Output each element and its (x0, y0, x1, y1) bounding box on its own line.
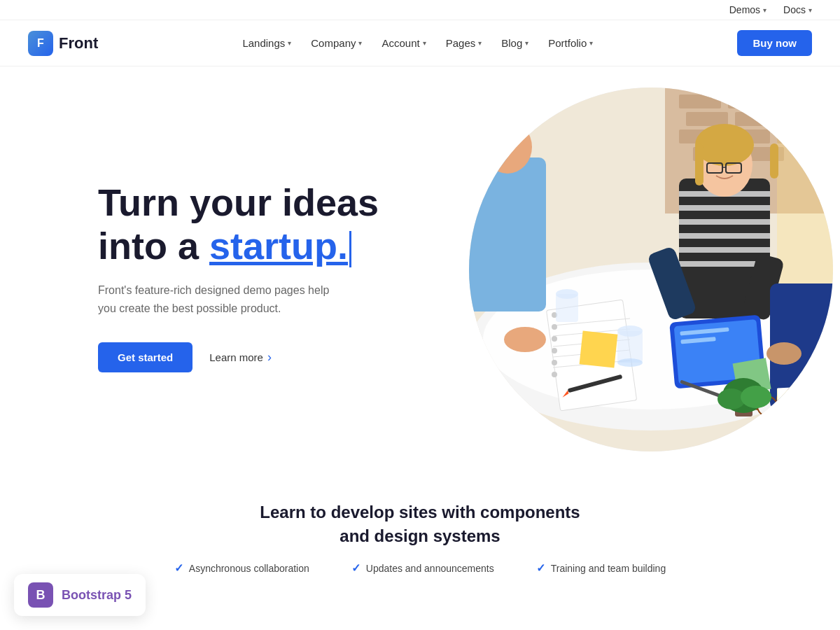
svg-point-45 (552, 348, 557, 354)
svg-line-67 (794, 387, 806, 396)
svg-point-35 (766, 342, 802, 365)
feature-item-1: ✓ Asynchronous collaboration (174, 561, 309, 575)
svg-point-46 (552, 360, 557, 365)
hero-title: Turn your ideas into a startup. (98, 181, 434, 267)
cursor-blink (349, 231, 351, 267)
svg-rect-12 (777, 130, 833, 284)
hero-description: Front's feature-rich designed demo pages… (98, 281, 336, 317)
svg-rect-5 (686, 112, 728, 126)
bootstrap-badge[interactable]: B Bootstrap 5 (14, 574, 146, 616)
svg-rect-57 (580, 331, 618, 368)
svg-rect-20 (679, 247, 770, 253)
pages-chevron-icon: ▾ (478, 39, 482, 47)
hero-illustration (469, 88, 833, 451)
svg-point-43 (552, 324, 557, 330)
svg-rect-2 (679, 94, 721, 108)
docs-link[interactable]: Docs ▾ (783, 4, 812, 15)
svg-rect-53 (617, 331, 643, 363)
svg-rect-73 (779, 390, 820, 428)
svg-point-23 (695, 124, 754, 166)
bootstrap-label: Bootstrap 5 (62, 588, 132, 603)
portfolio-chevron-icon: ▾ (589, 39, 593, 47)
svg-point-54 (617, 358, 643, 367)
feature-item-2: ✓ Updates and announcements (351, 561, 494, 575)
hero-section: Turn your ideas into a startup. Front's … (0, 66, 840, 472)
learn-more-link[interactable]: Learn more › (209, 350, 272, 365)
features-title: Learn to develop sites with components a… (28, 500, 812, 547)
demos-chevron-icon: ▾ (763, 6, 766, 14)
svg-point-33 (504, 327, 546, 352)
docs-label: Docs (783, 4, 806, 15)
features-list: ✓ Asynchronous collaboration ✓ Updates a… (28, 561, 812, 575)
check-icon-2: ✓ (351, 561, 360, 575)
hero-actions: Get started Learn more › (98, 342, 434, 372)
svg-rect-25 (770, 144, 778, 178)
blog-chevron-icon: ▾ (525, 39, 528, 47)
svg-rect-24 (695, 144, 704, 186)
hero-image-container (434, 80, 840, 472)
hero-circle-bg (469, 88, 833, 451)
nav-item-portfolio[interactable]: Portfolio ▾ (548, 37, 593, 49)
svg-point-71 (741, 386, 771, 408)
svg-rect-74 (778, 386, 818, 424)
main-navbar: F Front Landings ▾ Company ▾ Account ▾ P… (0, 20, 840, 66)
landings-chevron-icon: ▾ (288, 39, 291, 47)
svg-point-32 (483, 120, 532, 174)
check-icon-3: ✓ (536, 561, 545, 575)
logo-text: Front (59, 34, 98, 52)
learn-more-arrow-icon: › (267, 350, 272, 365)
buy-now-button[interactable]: Buy now (737, 30, 812, 56)
bootstrap-icon: B (28, 582, 53, 608)
svg-rect-9 (777, 130, 819, 144)
svg-point-44 (552, 336, 557, 342)
nav-item-pages[interactable]: Pages ▾ (446, 37, 482, 49)
svg-rect-4 (770, 94, 812, 108)
svg-rect-31 (469, 158, 546, 312)
nav-item-account[interactable]: Account ▾ (382, 37, 426, 49)
nav-item-landings[interactable]: Landings ▾ (242, 37, 291, 49)
svg-rect-6 (735, 112, 777, 126)
demos-label: Demos (729, 4, 760, 15)
top-bar: Demos ▾ Docs ▾ (0, 0, 840, 20)
svg-rect-19 (679, 233, 770, 239)
svg-rect-18 (679, 219, 770, 225)
company-chevron-icon: ▾ (358, 39, 362, 47)
feature-item-3: ✓ Training and team building (536, 561, 666, 575)
nav-links: Landings ▾ Company ▾ Account ▾ Pages ▾ B (242, 37, 593, 49)
nav-item-blog[interactable]: Blog ▾ (501, 37, 528, 49)
svg-rect-3 (728, 94, 770, 108)
svg-rect-17 (679, 205, 770, 211)
hero-content: Turn your ideas into a startup. Front's … (98, 181, 434, 372)
svg-rect-56 (556, 294, 578, 322)
get-started-button[interactable]: Get started (98, 342, 192, 372)
nav-item-company[interactable]: Company ▾ (311, 37, 362, 49)
check-icon-1: ✓ (174, 561, 183, 575)
account-chevron-icon: ▾ (423, 39, 426, 47)
demos-link[interactable]: Demos ▾ (729, 4, 766, 15)
logo-link[interactable]: F Front (28, 31, 98, 56)
svg-line-65 (776, 402, 778, 403)
logo-icon: F (28, 31, 53, 56)
docs-chevron-icon: ▾ (808, 6, 812, 14)
hero-highlight: startup. (209, 225, 348, 267)
svg-point-47 (552, 372, 557, 377)
